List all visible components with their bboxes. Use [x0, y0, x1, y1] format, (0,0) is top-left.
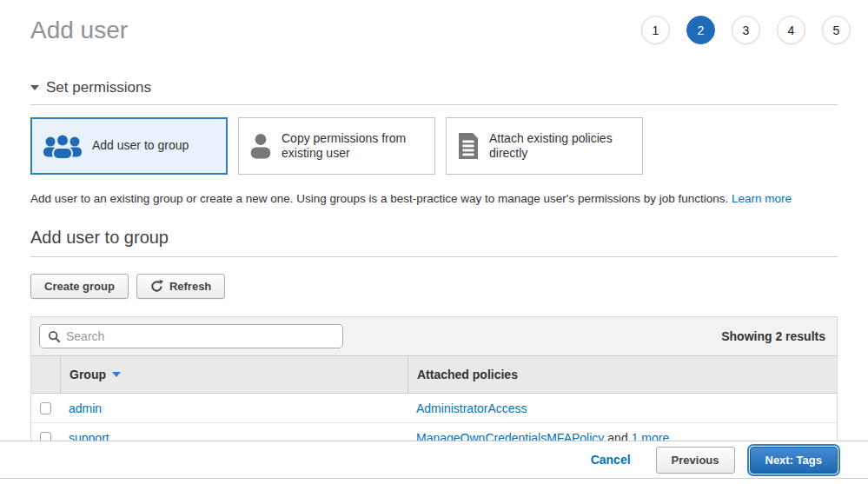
group-column-label: Group [70, 368, 106, 381]
create-group-button[interactable]: Create group [30, 274, 129, 299]
table-toolbar: Showing 2 results [31, 317, 837, 355]
step-indicator-2-active: 2 [686, 16, 715, 44]
card-attach-policies[interactable]: Attach existing policies directly [446, 117, 643, 175]
wizard-steps: 1 2 3 4 5 [641, 16, 851, 44]
attached-policies-column-label: Attached policies [417, 368, 518, 381]
search-icon [48, 330, 61, 343]
refresh-button[interactable]: Refresh [136, 274, 225, 299]
column-header-attached-policies: Attached policies [407, 356, 837, 393]
section-title: Set permissions [46, 79, 151, 96]
permission-option-cards: Add user to group Copy permissions from … [30, 117, 838, 175]
step-indicator-3: 3 [732, 16, 760, 44]
table-header-row: Group Attached policies [31, 355, 837, 394]
page-title: Add user [30, 17, 128, 44]
row-checkbox-admin[interactable] [40, 402, 51, 414]
card-copy-permissions[interactable]: Copy permissions from existing user [238, 117, 435, 175]
step-indicator-4: 4 [777, 16, 805, 44]
refresh-icon [150, 280, 163, 293]
groups-table: Showing 2 results Group Attached policie… [30, 316, 838, 454]
group-toolbar: Create group Refresh [30, 274, 838, 299]
previous-button[interactable]: Previous [656, 447, 735, 474]
results-count: Showing 2 results [721, 329, 829, 343]
next-tags-button[interactable]: Next: Tags [750, 447, 838, 474]
card-label: Attach existing policies directly [489, 131, 632, 162]
group-icon [43, 132, 83, 160]
document-icon [457, 132, 480, 160]
group-link-admin[interactable]: admin [69, 401, 102, 415]
search-input[interactable] [66, 329, 335, 343]
group-section-title: Add user to group [30, 228, 838, 257]
wizard-footer: Cancel Previous Next: Tags [0, 441, 868, 479]
card-add-user-to-group[interactable]: Add user to group [30, 117, 228, 175]
previous-label: Previous [672, 454, 719, 467]
collapse-triangle-icon [30, 85, 39, 90]
sort-desc-icon [112, 372, 121, 377]
cancel-link[interactable]: Cancel [591, 453, 631, 467]
search-box[interactable] [39, 324, 343, 348]
card-label: Copy permissions from existing user [282, 131, 424, 162]
description-text: Add user to an existing group or create … [30, 192, 728, 205]
column-header-group[interactable]: Group [60, 356, 407, 393]
card-label: Add user to group [92, 138, 189, 154]
permissions-description: Add user to an existing group or create … [30, 192, 838, 205]
learn-more-link[interactable]: Learn more [732, 192, 792, 205]
next-label: Next: Tags [765, 454, 823, 467]
user-icon [249, 133, 272, 159]
create-group-label: Create group [44, 280, 115, 293]
header-checkbox-cell [31, 356, 60, 393]
table-row-admin: admin AdministratorAccess [31, 394, 837, 423]
policy-link[interactable]: AdministratorAccess [416, 401, 527, 415]
refresh-label: Refresh [169, 280, 211, 293]
set-permissions-header[interactable]: Set permissions [30, 79, 838, 105]
step-indicator-5: 5 [822, 16, 851, 44]
step-indicator-1: 1 [641, 16, 670, 44]
page-header: Add user 1 2 3 4 5 [0, 0, 868, 44]
